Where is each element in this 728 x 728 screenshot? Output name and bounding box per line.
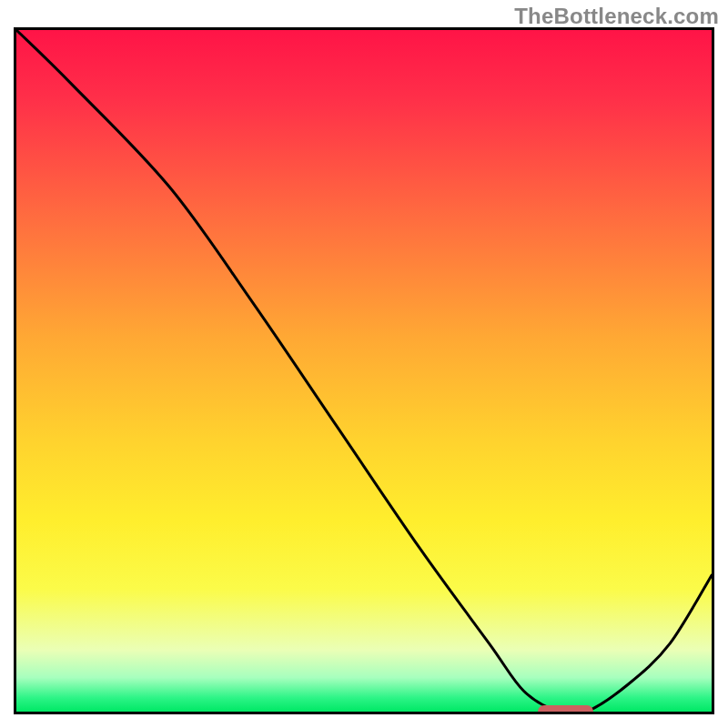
chart-plot-area xyxy=(14,27,714,714)
curve-path xyxy=(16,30,712,712)
optimal-range-marker xyxy=(538,705,593,714)
bottleneck-curve xyxy=(16,30,712,712)
watermark-text: TheBottleneck.com xyxy=(514,4,719,29)
chart-stage: TheBottleneck.com xyxy=(0,0,728,728)
